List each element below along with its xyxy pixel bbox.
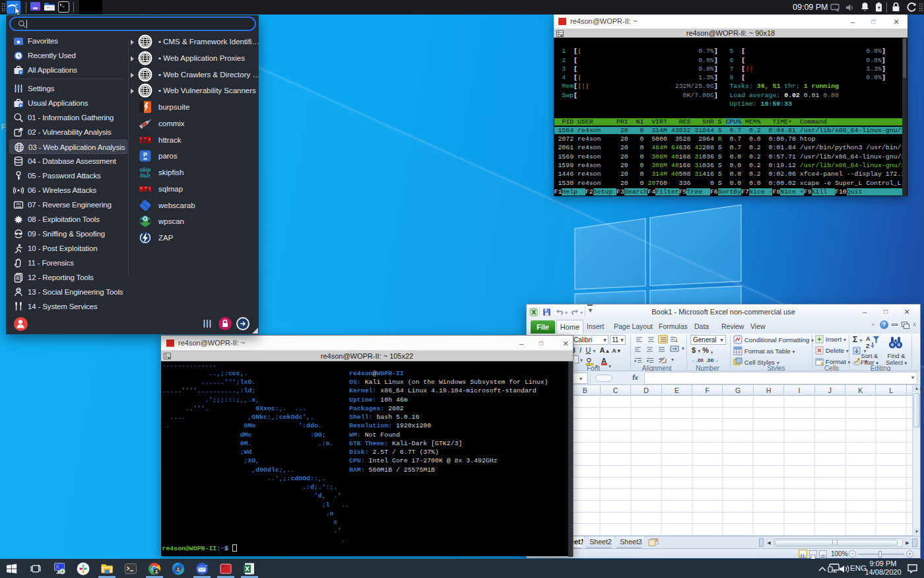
svg-text:Z: Z [866,343,870,349]
svg-text:110: 110 [16,205,21,208]
svg-text:ab: ab [659,357,663,361]
svg-text:A: A [866,336,871,342]
svg-text:∞: ∞ [143,156,147,163]
svg-text:fish: fish [140,172,150,179]
